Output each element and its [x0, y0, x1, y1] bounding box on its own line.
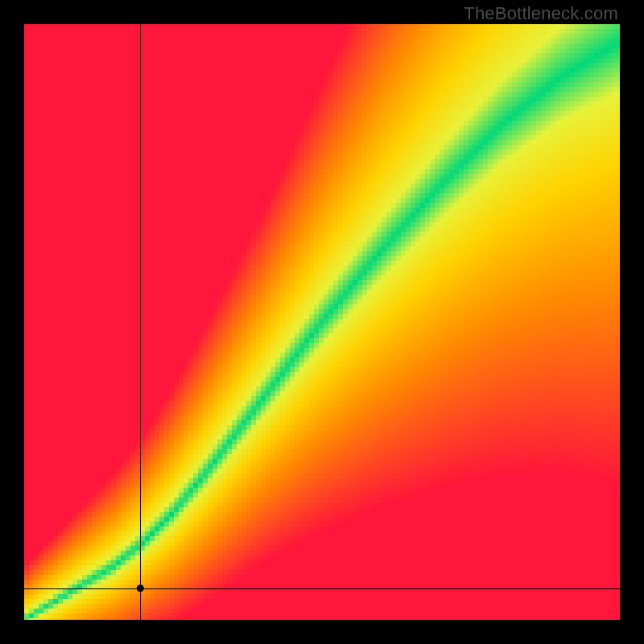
- crosshair-overlay: [24, 24, 620, 620]
- watermark-text: TheBottleneck.com: [464, 3, 618, 24]
- chart-frame: TheBottleneck.com: [0, 0, 644, 644]
- heatmap-plot: [24, 24, 620, 620]
